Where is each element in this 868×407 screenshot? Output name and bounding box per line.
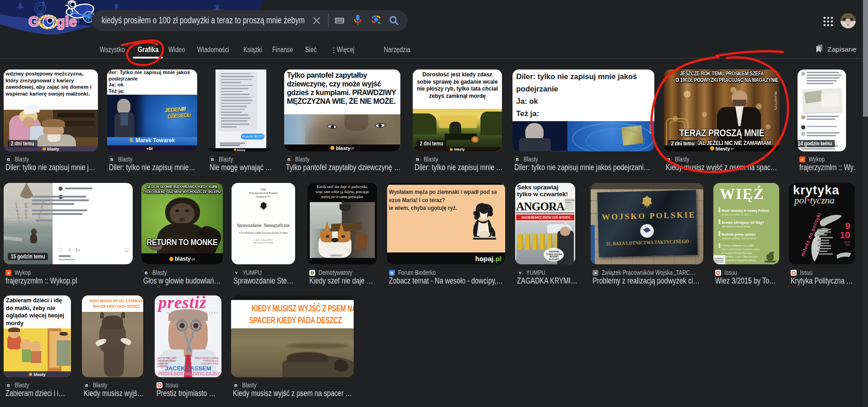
svg-text:G: G bbox=[28, 14, 39, 30]
svg-text:gle: gle bbox=[56, 14, 77, 30]
